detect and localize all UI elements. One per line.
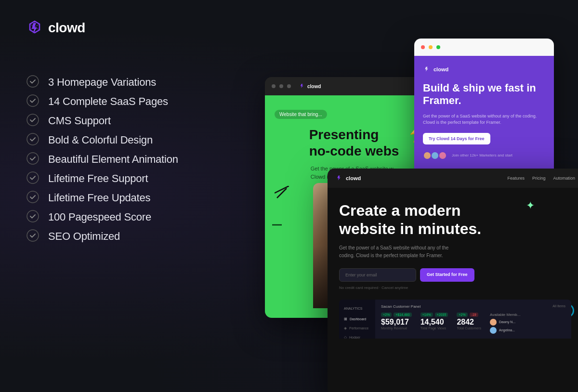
- check-circle-icon: [26, 94, 39, 109]
- preview-purple-header: [414, 39, 554, 56]
- dark-no-card: No credit card required · Cancel anytime: [339, 286, 571, 290]
- svg-line-9: [275, 186, 289, 193]
- svg-point-2: [27, 114, 39, 126]
- stat-revenue-change2: +$14,480: [394, 313, 411, 317]
- purple-desc: Get the power of a SaaS website without …: [423, 113, 545, 126]
- dark-email-row: Enter your email Get Started for Free: [339, 268, 571, 282]
- feature-text-9: SEO Optimized: [48, 230, 120, 243]
- feature-item-8: 100 Pagespeed Score: [26, 209, 178, 225]
- stat-revenue-change1: +2%: [381, 313, 392, 317]
- member-2: Angelina...: [490, 327, 520, 334]
- check-circle-icon: [26, 113, 39, 129]
- check-circle-icon: [26, 229, 39, 244]
- member-name-2: Angelina...: [499, 328, 515, 332]
- browser-dot-1: [272, 84, 276, 88]
- feature-item-5: Beautiful Element Animation: [26, 152, 178, 167]
- feature-item-3: CMS Support: [26, 113, 178, 129]
- feature-text-8: 100 Pagespeed Score: [48, 211, 151, 223]
- member-avatar-1: [490, 319, 497, 326]
- header: clowd: [26, 19, 85, 37]
- preview-dark-header: clowd Features Pricing Automation: [328, 169, 578, 188]
- svg-point-0: [27, 76, 39, 87]
- stat-customers-label: Total Customers: [457, 327, 481, 330]
- dark-nav-features: Features: [507, 176, 525, 181]
- dashboard-stats-row: +2% +$14,480 $59,017 Monthly Revenue +14…: [381, 313, 565, 334]
- browser-dot-3: [287, 84, 291, 88]
- dashboard-sidebar-title: ANALYTICS: [339, 304, 375, 313]
- member-name-1: Dawny N...: [499, 320, 515, 324]
- browser-dot-red: [421, 45, 425, 49]
- previews-container: clowd Website that bring... ⚡ Presenting…: [250, 39, 578, 392]
- svg-point-7: [27, 210, 39, 222]
- dark-logo-icon: [335, 174, 343, 182]
- svg-point-4: [27, 153, 39, 164]
- green-title: Presentingno-code webs: [309, 127, 399, 159]
- feature-text-1: 3 Homepage Variations: [48, 76, 156, 89]
- feature-text-3: CMS Support: [48, 115, 111, 127]
- svg-point-5: [27, 172, 39, 183]
- preview-dark: clowd Features Pricing Automation ✦ Crea…: [328, 169, 578, 392]
- dark-email-input[interactable]: Enter your email: [339, 268, 416, 282]
- check-circle-icon: [26, 152, 39, 167]
- feature-text-4: Bold & Colorful Design: [48, 134, 153, 146]
- purple-logo-icon: [423, 65, 431, 73]
- dashboard-sidebar: ANALYTICS ⊞ Dashboard ◈ Performance ◇ Ho…: [339, 300, 375, 339]
- check-circle-icon: [26, 171, 39, 186]
- stat-pageviews-label: Total Page Views: [420, 327, 448, 330]
- member-1: Dawny N...: [490, 319, 520, 326]
- preview-dark-body: ✦ Create a modernwebsite in minutes. Get…: [328, 188, 578, 392]
- logo-text: clowd: [48, 20, 85, 36]
- stat-pageviews-change1: +14%: [420, 313, 433, 317]
- check-circle-icon: [26, 75, 39, 90]
- check-circle-icon: [26, 132, 39, 148]
- dashboard-main: Sacan Customer Panel All Items +2% +$14,…: [375, 300, 571, 339]
- feature-text-7: Lifetime Free Updates: [48, 192, 150, 204]
- purple-logo-row: clowd: [423, 65, 545, 73]
- dark-nav-items: Features Pricing Automation: [507, 176, 575, 181]
- dark-header-logo: clowd: [335, 174, 361, 182]
- dark-dashboard: ANALYTICS ⊞ Dashboard ◈ Performance ◇ Ho…: [339, 300, 571, 339]
- purple-join-text: Join other 12k+ Marketers and start: [452, 153, 512, 157]
- feature-item-4: Bold & Colorful Design: [26, 132, 178, 148]
- stat-pageviews-value: 14,540: [420, 318, 448, 327]
- stat-members: Available Memb... Dawny N... Angelina...: [490, 313, 520, 334]
- dark-nav-pricing: Pricing: [532, 176, 546, 181]
- stat-customers-change2: -19: [470, 313, 478, 317]
- star-icon: ✦: [526, 199, 535, 212]
- feature-item-9: SEO Optimized: [26, 229, 178, 244]
- scratch-decoration: [275, 186, 289, 202]
- dashboard-header-row: Sacan Customer Panel All Items: [381, 304, 565, 309]
- sidebar-dashboard: ⊞ Dashboard: [339, 314, 375, 324]
- dark-title: Create a modernwebsite in minutes.: [339, 201, 493, 238]
- stat-pageviews: +14% +2035 14,540 Total Page Views: [420, 313, 448, 334]
- sidebar-hodger: ◇ Hodger: [339, 333, 375, 339]
- svg-point-8: [27, 230, 39, 241]
- scratch-small: [272, 220, 282, 229]
- stat-customers-value: 2842: [457, 318, 481, 327]
- feature-text-5: Beautiful Element Animation: [48, 153, 178, 166]
- dark-cta-button[interactable]: Get Started for Free: [420, 268, 474, 282]
- feature-item-1: 3 Homepage Variations: [26, 75, 178, 90]
- svg-point-3: [27, 133, 39, 145]
- dark-nav-automation: Automation: [553, 176, 575, 181]
- dark-desc: Get the power of a SaaS website without …: [339, 244, 464, 260]
- stat-members-label: Available Memb...: [490, 313, 520, 317]
- feature-text-2: 14 Complete SaaS Pages: [48, 95, 168, 108]
- stat-revenue: +2% +$14,480 $59,017 Monthly Revenue: [381, 313, 412, 334]
- stat-customers-change1: +2%: [457, 313, 467, 317]
- browser-dot-2: [279, 84, 283, 88]
- clowd-logo-icon: [26, 19, 43, 37]
- stat-customers: +2% -19 2842 Total Customers: [457, 313, 481, 334]
- stat-revenue-value: $59,017: [381, 318, 412, 327]
- feature-text-6: Lifetime Free Support: [48, 172, 148, 185]
- preview-green-brand: clowd: [307, 84, 321, 89]
- avatar-3: [438, 151, 447, 160]
- purple-cta: Try Clowd 14 Days for Free: [423, 133, 490, 144]
- sidebar-performance: ◈ Performance: [339, 324, 375, 333]
- browser-dot-yellow: [429, 45, 433, 49]
- purple-brand-name: clowd: [434, 66, 448, 72]
- dark-brand-name: clowd: [346, 175, 361, 181]
- check-circle-icon: [26, 190, 39, 206]
- purple-title: Build & ship we fast in Framer.: [423, 82, 545, 107]
- preview-green-logo-icon: [299, 83, 305, 90]
